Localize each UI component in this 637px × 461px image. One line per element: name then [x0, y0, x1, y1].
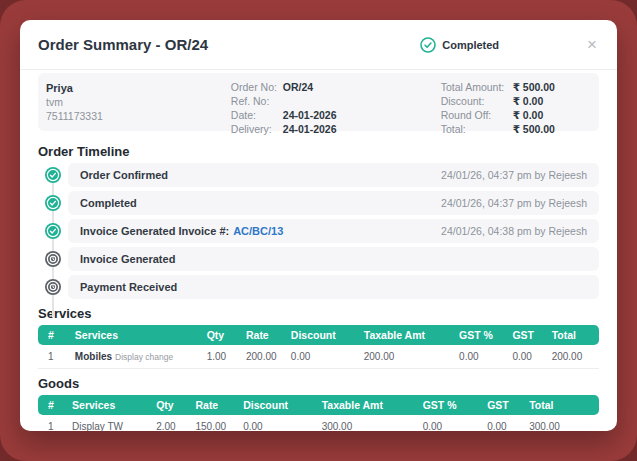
column-header: GST % [453, 325, 506, 345]
total-value: ₹ 500.00 [513, 80, 555, 94]
column-header: Qty [201, 325, 240, 345]
services-header-row: # Services Qty Rate Discount Taxable Amt… [38, 325, 599, 345]
column-header: Discount [285, 325, 358, 345]
total-label: Total Amount: [441, 80, 513, 94]
item-description: Display change [115, 352, 173, 362]
cell-rate: 200.00 [240, 345, 285, 369]
cell-total: 300.00 [523, 415, 599, 431]
timeline-event-bar: Invoice Generated Invoice #: AC/BC/13 24… [68, 219, 599, 243]
total-row: Total Amount: ₹ 500.00 [441, 80, 585, 94]
check-circle-icon [45, 195, 61, 211]
item-name: Mobiles [75, 351, 112, 362]
cell-rate: 150.00 [189, 415, 237, 431]
timeline-event: Completed 24/01/26, 04:37 pm by Rejeesh [45, 191, 599, 215]
cell-gst: 0.00 [481, 415, 523, 431]
table-row: 1 Display TW 2.00 150.00 0.00 300.00 0.0… [38, 415, 599, 431]
order-info-panel: Priya tvm 7511173331 Order No: OR/24 Ref… [38, 73, 599, 131]
check-circle-icon [45, 223, 61, 239]
total-value: ₹ 0.00 [513, 94, 544, 108]
field-value: OR/24 [283, 80, 313, 94]
total-value: ₹ 0.00 [513, 108, 544, 122]
check-circle-icon [45, 167, 61, 183]
column-header: # [38, 325, 69, 345]
event-label: Payment Received [80, 281, 177, 293]
clock-icon [45, 279, 61, 295]
close-button[interactable]: × [585, 36, 599, 53]
customer-name: Priya [46, 81, 231, 95]
order-field-row: Order No: OR/24 [231, 80, 441, 94]
field-value: 24-01-2026 [283, 108, 337, 122]
column-header: Discount [237, 395, 316, 415]
order-field-row: Ref. No: [231, 94, 441, 108]
item-name: Display TW [72, 421, 123, 431]
customer-location: tvm [46, 95, 231, 109]
status-badge-label: Completed [442, 39, 499, 51]
total-row: Total: ₹ 500.00 [441, 122, 585, 136]
event-label: Invoice Generated [80, 253, 175, 265]
status-badge: Completed [420, 37, 499, 53]
services-heading: Services [38, 306, 599, 321]
services-table: # Services Qty Rate Discount Taxable Amt… [38, 325, 599, 369]
invoice-number-link[interactable]: AC/BC/13 [233, 225, 283, 237]
cell-discount: 0.00 [237, 415, 316, 431]
cell-gst-pct: 0.00 [453, 345, 506, 369]
cell-taxable: 200.00 [358, 345, 453, 369]
cell-num: 1 [38, 415, 66, 431]
column-header: Services [69, 325, 201, 345]
customer-info: Priya tvm 7511173331 [46, 80, 231, 124]
order-fields: Order No: OR/24 Ref. No: Date: 24-01-202… [231, 80, 441, 124]
total-label: Discount: [441, 94, 513, 108]
cell-gst: 0.00 [506, 345, 545, 369]
timeline-event: Payment Received [45, 275, 599, 299]
field-label: Delivery: [231, 122, 283, 136]
modal-header: Order Summary - OR/24 Completed × [20, 20, 617, 70]
page-background: Order Summary - OR/24 Completed × Priya … [0, 0, 637, 461]
timeline-event-bar: Payment Received [68, 275, 599, 299]
customer-phone: 7511173331 [46, 109, 231, 123]
goods-header-row: # Services Qty Rate Discount Taxable Amt… [38, 395, 599, 415]
timeline-event: Order Confirmed 24/01/26, 04:37 pm by Re… [45, 163, 599, 187]
column-header: Rate [189, 395, 237, 415]
event-label: Order Confirmed [80, 169, 168, 181]
event-label: Completed [80, 197, 137, 209]
field-label: Order No: [231, 80, 283, 94]
total-label: Round Off: [441, 108, 513, 122]
clock-icon [45, 251, 61, 267]
cell-total: 200.00 [546, 345, 599, 369]
event-timestamp: 24/01/26, 04:38 pm by Rejeesh [441, 225, 587, 237]
check-circle-outline-icon [420, 37, 436, 53]
order-summary-modal: Order Summary - OR/24 Completed × Priya … [20, 20, 617, 431]
column-header: Total [523, 395, 599, 415]
column-header: Qty [150, 395, 189, 415]
order-field-row: Date: 24-01-2026 [231, 108, 441, 122]
timeline-heading: Order Timeline [38, 144, 599, 159]
cell-gst-pct: 0.00 [417, 415, 482, 431]
order-field-row: Delivery: 24-01-2026 [231, 122, 441, 136]
column-header: GST [506, 325, 545, 345]
column-header: # [38, 395, 66, 415]
goods-heading: Goods [38, 376, 599, 391]
order-totals: Total Amount: ₹ 500.00 Discount: ₹ 0.00 … [441, 80, 585, 124]
event-timestamp: 24/01/26, 04:37 pm by Rejeesh [441, 169, 587, 181]
column-header: GST [481, 395, 523, 415]
cell-taxable: 300.00 [316, 415, 417, 431]
goods-table: # Services Qty Rate Discount Taxable Amt… [38, 395, 599, 431]
column-header: Total [546, 325, 599, 345]
order-timeline: Order Confirmed 24/01/26, 04:37 pm by Re… [38, 163, 599, 299]
table-row: 1 MobilesDisplay change 1.00 200.00 0.00… [38, 345, 599, 369]
cell-num: 1 [38, 345, 69, 369]
cell-service: MobilesDisplay change [69, 345, 201, 369]
modal-title: Order Summary - OR/24 [38, 36, 208, 53]
timeline-event-bar: Completed 24/01/26, 04:37 pm by Rejeesh [68, 191, 599, 215]
event-timestamp: 24/01/26, 04:37 pm by Rejeesh [441, 197, 587, 209]
total-value: ₹ 500.00 [513, 122, 555, 136]
total-row: Round Off: ₹ 0.00 [441, 108, 585, 122]
cell-qty: 2.00 [150, 415, 189, 431]
cell-discount: 0.00 [285, 345, 358, 369]
timeline-event-bar: Order Confirmed 24/01/26, 04:37 pm by Re… [68, 163, 599, 187]
timeline-event-bar: Invoice Generated [68, 247, 599, 271]
field-value: 24-01-2026 [283, 122, 337, 136]
total-label: Total: [441, 122, 513, 136]
field-label: Date: [231, 108, 283, 122]
event-label: Invoice Generated Invoice #: [80, 225, 229, 237]
